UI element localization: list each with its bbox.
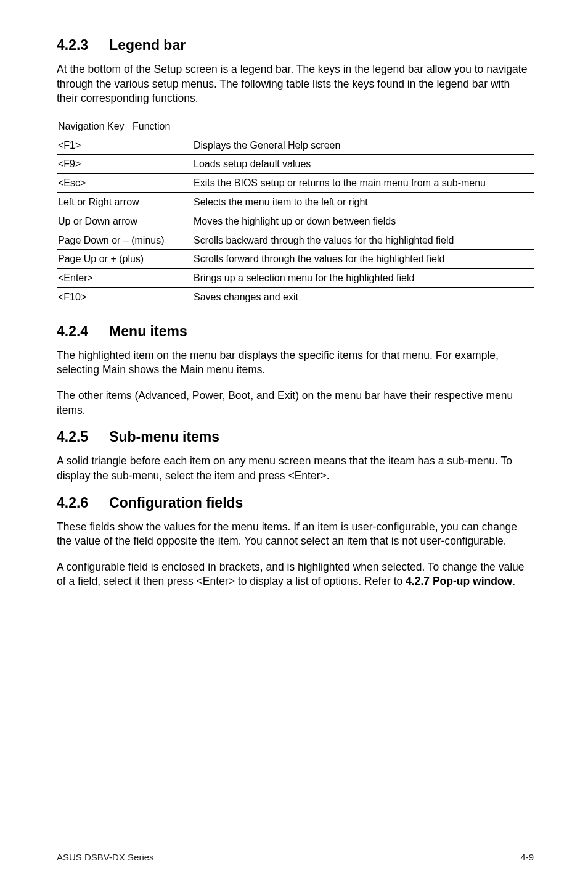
key-cell: <F10> [57,288,192,307]
heading-number: 4.2.5 [57,429,88,445]
key-cell: Page Down or – (minus) [57,231,192,250]
fn-cell: Exits the BIOS setup or returns to the m… [192,174,534,193]
paragraph-config-2-bold: 4.2.7 Pop-up window [406,575,512,587]
heading-submenu-items: 4.2.5Sub-menu items [57,429,534,445]
table-row: Page Up or + (plus) Scrolls forward thro… [57,250,534,269]
table-header-key: Navigation Key Function [57,117,192,136]
table-header-empty [192,117,534,136]
table-row: Page Down or – (minus) Scrolls backward … [57,231,534,250]
heading-title: Configuration fields [109,495,243,511]
key-cell: <F1> [57,136,192,155]
paragraph-legend-bar: At the bottom of the Setup screen is a l… [57,62,534,106]
heading-legend-bar: 4.2.3Legend bar [57,37,534,54]
table-header-fn-text: Function [133,121,170,131]
key-cell: <Esc> [57,174,192,193]
page-footer: ASUS DSBV-DX Series 4-9 [57,848,534,862]
key-cell: <F9> [57,155,192,174]
fn-cell: Displays the General Help screen [192,136,534,155]
table-row: Up or Down arrow Moves the highlight up … [57,212,534,231]
fn-cell: Selects the menu item to the left or rig… [192,193,534,212]
table-row: <F10> Saves changes and exit [57,288,534,307]
heading-number: 4.2.6 [57,495,88,511]
table-header-key-text: Navigation Key [58,121,125,131]
footer-right: 4-9 [520,852,534,862]
heading-title: Sub-menu items [109,429,219,445]
fn-cell: Saves changes and exit [192,288,534,307]
heading-configuration-fields: 4.2.6Configuration fields [57,495,534,511]
paragraph-config-2: A configurable field is enclosed in brac… [57,560,534,589]
key-cell: Page Up or + (plus) [57,250,192,269]
key-cell: <Enter> [57,269,192,288]
fn-cell: Scrolls forward through the values for t… [192,250,534,269]
paragraph-menu-items-2: The other items (Advanced, Power, Boot, … [57,389,534,418]
paragraph-config-1: These fields show the values for the men… [57,520,534,549]
page-container: 4.2.3Legend bar At the bottom of the Set… [0,0,588,887]
table-row: <F9> Loads setup default values [57,155,534,174]
paragraph-config-2-c: . [512,575,515,587]
table-header-row: Navigation Key Function [57,117,534,136]
fn-cell: Loads setup default values [192,155,534,174]
table-row: <Enter> Brings up a selection menu for t… [57,269,534,288]
footer-left: ASUS DSBV-DX Series [57,852,154,862]
heading-number: 4.2.4 [57,323,88,340]
paragraph-submenu: A solid triangle before each item on any… [57,454,534,483]
table-row: Left or Right arrow Selects the menu ite… [57,193,534,212]
heading-menu-items: 4.2.4Menu items [57,323,534,340]
key-cell: Left or Right arrow [57,193,192,212]
table-row: <Esc> Exits the BIOS setup or returns to… [57,174,534,193]
heading-title: Menu items [109,323,187,339]
key-cell: Up or Down arrow [57,212,192,231]
paragraph-menu-items-1: The highlighted item on the menu bar dis… [57,349,534,377]
fn-cell: Scrolls backward through the values for … [192,231,534,250]
heading-title: Legend bar [109,37,186,53]
navigation-key-table: Navigation Key Function <F1> Displays th… [57,117,534,307]
fn-cell: Brings up a selection menu for the highl… [192,269,534,288]
fn-cell: Moves the highlight up or down between f… [192,212,534,231]
table-row: <F1> Displays the General Help screen [57,136,534,155]
heading-number: 4.2.3 [57,37,88,54]
